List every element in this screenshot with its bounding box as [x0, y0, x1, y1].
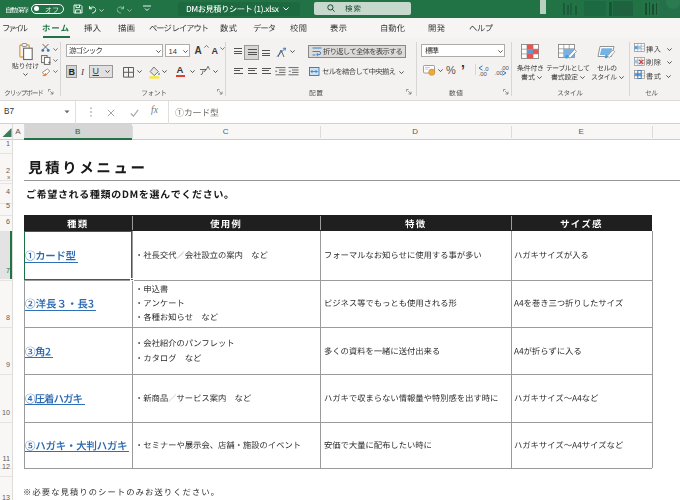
svg-text:.00: .00 [479, 71, 488, 77]
svg-text:.00: .00 [494, 70, 503, 76]
